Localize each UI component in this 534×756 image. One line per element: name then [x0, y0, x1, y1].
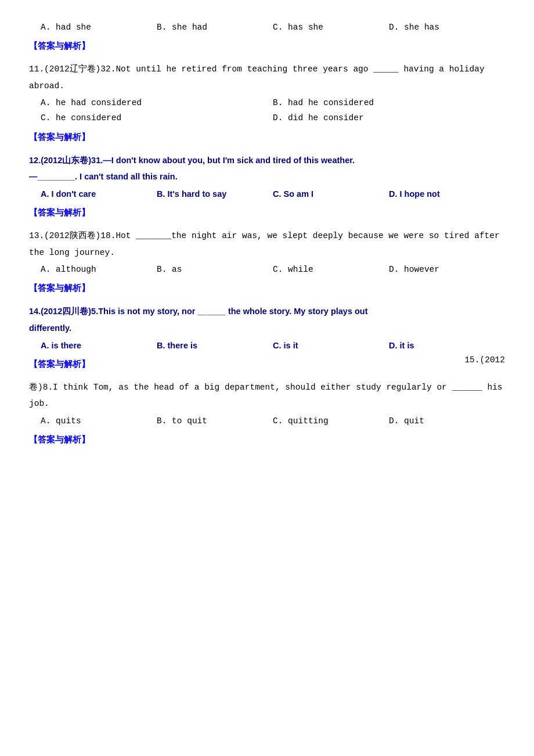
q11-continuation: abroad.	[29, 79, 505, 93]
q12-opt-c: C. So am I	[273, 186, 389, 201]
q14-text-line1: 14.(2012四川卷)5.This is not my story, nor …	[29, 304, 505, 319]
q15-answer-link[interactable]: 【答案与解析】	[29, 434, 90, 445]
q15-continuation: job.	[29, 397, 505, 411]
q14-opt-d: D. it is	[389, 338, 505, 353]
q14-opt-b: B. there is	[157, 338, 273, 353]
q11-answer-link[interactable]: 【答案与解析】	[29, 132, 90, 143]
q13-opt-d: D. however	[389, 262, 505, 277]
q15-header-inline: 15.(2012	[464, 355, 505, 365]
q15-options-row: A. quits B. to quit C. quitting D. quit	[41, 413, 505, 429]
q14-opt-a: A. is there	[41, 338, 157, 353]
q15-opt-a: A. quits	[41, 413, 157, 429]
question-15: 卷)8.I think Tom, as the head of a big de…	[29, 380, 505, 451]
q14-answer-link[interactable]: 【答案与解析】	[29, 359, 90, 370]
q11-opt-row1: A. he had considered B. had he considere…	[41, 95, 505, 110]
q14-opt-c: C. is it	[273, 338, 389, 353]
q13-opt-a: A. although	[41, 262, 157, 277]
q10-opt-c: C. has she	[273, 20, 389, 35]
q10-answer-link[interactable]: 【答案与解析】	[29, 41, 90, 52]
question-10-options: A. had she B. she had C. has she D. she …	[29, 20, 505, 57]
q11-opt-row2: C. he considered D. did he consider	[41, 110, 505, 125]
q14-options-row: A. is there B. there is C. is it D. it i…	[41, 338, 505, 353]
q12-text-line1: 12.(2012山东卷)31.—I don't know about you, …	[29, 153, 505, 168]
q10-opt-a: A. had she	[41, 20, 157, 35]
q15-opt-c: C. quitting	[273, 413, 389, 429]
q12-text-line2: —________. I can't stand all this rain.	[29, 170, 505, 184]
q14-answer-row: 【答案与解析】 15.(2012	[29, 355, 505, 376]
q15-opt-d: D. quit	[389, 413, 505, 429]
q10-options-row: A. had she B. she had C. has she D. she …	[41, 20, 505, 35]
q14-text-line2: differently.	[29, 321, 505, 336]
q10-opt-b: B. she had	[157, 20, 273, 35]
q12-answer-link[interactable]: 【答案与解析】	[29, 207, 90, 218]
q15-text: 卷)8.I think Tom, as the head of a big de…	[29, 380, 505, 395]
q11-opt-c: C. he considered	[41, 110, 273, 125]
q13-continuation: the long journey.	[29, 246, 505, 260]
q12-opt-b: B. It's hard to say	[157, 186, 273, 201]
q11-opt-d: D. did he consider	[273, 110, 505, 125]
q12-opt-d: D. I hope not	[389, 186, 505, 201]
question-14: 14.(2012四川卷)5.This is not my story, nor …	[29, 304, 505, 375]
q11-text: 11.(2012辽宁卷)32.Not until he retired from…	[29, 62, 505, 77]
q12-options-row: A. I don't care B. It's hard to say C. S…	[41, 186, 505, 201]
q11-opt-a: A. he had considered	[41, 95, 273, 110]
q13-options-row: A. although B. as C. while D. however	[41, 262, 505, 277]
question-13: 13.(2012陕西卷)18.Hot _______the night air …	[29, 229, 505, 300]
q12-opt-a: A. I don't care	[41, 186, 157, 201]
question-11: 11.(2012辽宁卷)32.Not until he retired from…	[29, 62, 505, 148]
q13-answer-link[interactable]: 【答案与解析】	[29, 283, 90, 294]
q11-options: A. he had considered B. had he considere…	[41, 95, 505, 125]
q11-opt-b: B. had he considered	[273, 95, 505, 110]
q13-opt-c: C. while	[273, 262, 389, 277]
q13-text: 13.(2012陕西卷)18.Hot _______the night air …	[29, 229, 505, 243]
q15-opt-b: B. to quit	[157, 413, 273, 429]
question-12: 12.(2012山东卷)31.—I don't know about you, …	[29, 153, 505, 224]
q10-opt-d: D. she has	[389, 20, 505, 35]
q13-opt-b: B. as	[157, 262, 273, 277]
